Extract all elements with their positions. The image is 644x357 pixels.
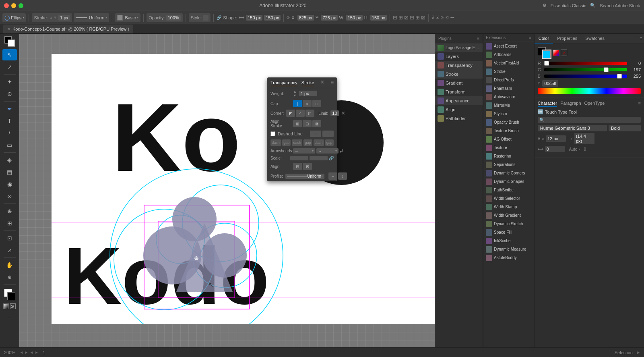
- dash-2[interactable]: dash: [292, 139, 302, 146]
- plugin-transparency[interactable]: Transparency: [435, 61, 483, 70]
- none-color-icon[interactable]: ⊘: [561, 50, 567, 56]
- plugin-width-gradient[interactable]: Width Gradient: [483, 211, 534, 220]
- dashed-check[interactable]: Dashed Line — - -: [267, 129, 337, 138]
- fill-stroke-indicator[interactable]: [3, 288, 16, 301]
- close-x[interactable]: ✕: [341, 110, 345, 116]
- graph-tool[interactable]: ⊞: [2, 218, 17, 229]
- auto-arrow[interactable]: ▾: [579, 147, 580, 151]
- plugin-stylism[interactable]: Stylism: [483, 110, 534, 118]
- arrange-icon5[interactable]: ⊶: [450, 15, 454, 20]
- plugin-align[interactable]: Align: [435, 105, 483, 114]
- plugin-appearance[interactable]: Appearance: [435, 96, 483, 105]
- none-btn[interactable]: ⊘: [10, 303, 16, 309]
- align-outside[interactable]: ⊠: [312, 120, 321, 127]
- align-center[interactable]: ⊞: [293, 120, 302, 127]
- plugin-pathfinder[interactable]: Pathfinder: [435, 114, 483, 123]
- plugin-inkscribe[interactable]: InkScribe: [483, 237, 534, 245]
- lasso-tool[interactable]: ⊙: [2, 88, 17, 100]
- arrange-icon3[interactable]: ⊵: [440, 15, 444, 20]
- cap-square[interactable]: □: [312, 100, 321, 107]
- r-slider[interactable]: [544, 62, 627, 65]
- r-thumb[interactable]: [544, 61, 549, 66]
- b-thumb[interactable]: [617, 74, 622, 79]
- arrowhead-end[interactable]: →▾: [316, 148, 339, 154]
- g-thumb[interactable]: [604, 67, 609, 72]
- dash-style-1[interactable]: —: [310, 131, 321, 137]
- color-tab[interactable]: Color: [535, 34, 553, 44]
- plugin-pathscribe[interactable]: PathScribe: [483, 186, 534, 194]
- gap-3[interactable]: gap: [325, 139, 334, 146]
- pen-tool[interactable]: ✒: [2, 103, 17, 114]
- selection-tool[interactable]: ↖: [2, 49, 17, 60]
- char-menu[interactable]: ≡: [638, 101, 641, 107]
- align-inside[interactable]: ⊟: [303, 120, 312, 127]
- plugin-layers[interactable]: Layers: [435, 52, 483, 61]
- plugin-logo-package[interactable]: Logo Package Expres...: [435, 44, 483, 52]
- plugin-space-fill[interactable]: Space Fill: [483, 228, 534, 237]
- stroke-close-btn[interactable]: ✕: [320, 79, 324, 86]
- tracking-value[interactable]: 0: [584, 147, 586, 152]
- plugin-phantasm[interactable]: Phantasm: [483, 84, 534, 93]
- arrange-icon1[interactable]: ⊼: [431, 15, 435, 20]
- stroke-type-dropdown[interactable]: Uniform ▾: [74, 13, 109, 22]
- arrange-icon4[interactable]: ⊴: [445, 15, 449, 20]
- blend-tool[interactable]: ∞: [2, 191, 17, 202]
- plugin-mirrorme[interactable]: MirrorMe: [483, 101, 534, 110]
- fill-stroke-boxes[interactable]: [4, 36, 15, 47]
- font-search-input[interactable]: [544, 120, 639, 120]
- slice-tool[interactable]: ⊿: [2, 245, 17, 256]
- shape-tool[interactable]: ▭: [2, 139, 17, 151]
- artboard-tool[interactable]: ⊡: [2, 232, 17, 244]
- plugin-rasterino[interactable]: Rasterino: [483, 152, 534, 160]
- tab-close-icon[interactable]: ✕: [7, 27, 10, 31]
- color-mode-btn[interactable]: [3, 303, 9, 309]
- hand-tool[interactable]: ✋: [2, 259, 17, 271]
- paint-tool[interactable]: ◈: [2, 154, 17, 166]
- fontsize-input[interactable]: 12 px: [546, 135, 566, 142]
- dash-3[interactable]: dash: [314, 139, 324, 146]
- flip-h-btn[interactable]: ↔: [328, 172, 337, 180]
- color-icon[interactable]: [553, 50, 559, 56]
- plugin-dynamic-shapes[interactable]: Dynamic Shapes: [483, 177, 534, 186]
- cap-round[interactable]: ○: [303, 100, 312, 107]
- arrange-icon2[interactable]: ⊻: [436, 15, 439, 20]
- minimize-button[interactable]: [11, 3, 16, 8]
- align-mid-icon[interactable]: ⊞: [415, 15, 420, 21]
- corner-miter[interactable]: ◤: [286, 110, 295, 117]
- document-tab[interactable]: ✕ Kodo-Concept-1-Course.ai* @ 200% ( RGB…: [3, 25, 133, 33]
- properties-tab[interactable]: Properties: [553, 34, 581, 44]
- symbol-tool[interactable]: ⊕: [2, 205, 17, 217]
- gradient-tool[interactable]: ▤: [2, 166, 17, 178]
- plugin-expand-icon[interactable]: ≡: [477, 36, 479, 41]
- magic-wand-tool[interactable]: ✦: [2, 76, 17, 87]
- align-center-icon[interactable]: ⊞: [398, 15, 403, 21]
- plugin-separations[interactable]: Separations: [483, 160, 534, 169]
- align-row-btn1[interactable]: ⊟: [293, 163, 302, 170]
- arrowhead-start[interactable]: ←▾: [293, 148, 315, 154]
- eyedropper-tool[interactable]: ◉: [2, 178, 17, 190]
- font-style-field[interactable]: Bold: [609, 125, 641, 131]
- line-tool[interactable]: /: [2, 127, 17, 139]
- color-panel-menu[interactable]: ≡: [638, 34, 644, 44]
- plugin-dirprefs[interactable]: DirectPrefs: [483, 76, 534, 84]
- corner-bevel[interactable]: ◸: [305, 110, 314, 117]
- plugin-texture-brush[interactable]: Texture Brush: [483, 127, 534, 135]
- cap-butt[interactable]: |: [293, 100, 302, 107]
- font-name-field[interactable]: Hurme Geometric Sans 3: [538, 125, 607, 131]
- plugin-dynamic-sketch[interactable]: Dynamic Sketch: [483, 220, 534, 228]
- stroke-expand-btn[interactable]: ≡: [331, 79, 334, 86]
- transparency-tab[interactable]: Transparency: [270, 79, 297, 86]
- fill-group[interactable]: Basic ▾: [115, 13, 140, 22]
- plugin-texture[interactable]: Texture: [483, 143, 534, 152]
- plugin-width-selector[interactable]: Width Selector: [483, 194, 534, 203]
- corner-round[interactable]: ◜: [296, 110, 305, 117]
- link-scale-icon[interactable]: 🔗: [329, 156, 334, 160]
- plugin-autosaviour[interactable]: Autosaviour: [483, 93, 534, 101]
- right-plugin-expand[interactable]: ≡: [529, 35, 531, 40]
- fill-stroke-boxes-color[interactable]: [538, 47, 551, 58]
- gap-2[interactable]: gap: [303, 139, 312, 146]
- direct-select-tool[interactable]: ↗: [2, 61, 17, 73]
- font-search-row[interactable]: 🔍: [538, 117, 641, 123]
- plugin-asset-export[interactable]: Asset Export: [483, 42, 534, 50]
- more-icon[interactable]: ⋯: [456, 15, 460, 20]
